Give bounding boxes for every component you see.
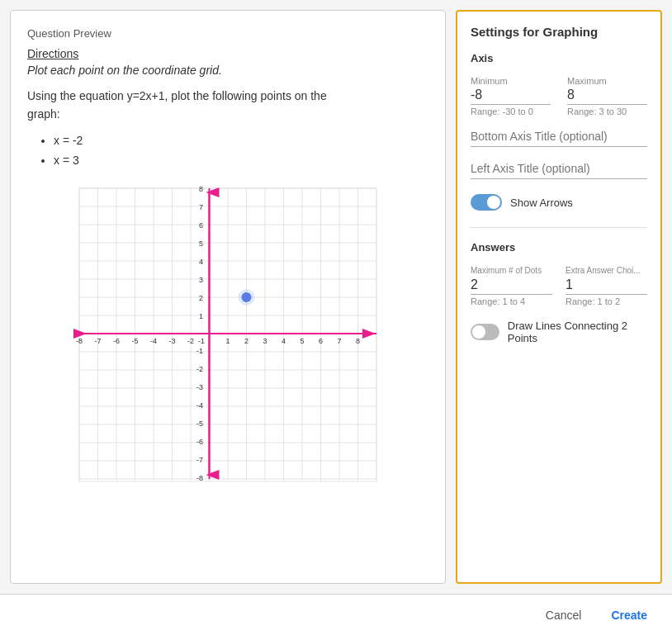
grid-container: -8 -7 -6 -5 -4 -3 -2 -1 1 2 3 4 5 6 bbox=[27, 180, 428, 494]
toggle-knob bbox=[487, 196, 500, 209]
right-panel: Settings for Graphing Axis Minimum -8 Ra… bbox=[456, 10, 662, 584]
svg-text:3: 3 bbox=[263, 337, 267, 345]
max-dots-value[interactable]: 2 bbox=[471, 277, 552, 295]
min-col: Minimum -8 Range: -30 to 0 bbox=[471, 76, 551, 116]
svg-text:-2: -2 bbox=[196, 365, 203, 373]
svg-text:-3: -3 bbox=[196, 383, 203, 391]
min-range: Range: -30 to 0 bbox=[471, 107, 551, 116]
list-item: x = -2 bbox=[54, 134, 428, 147]
svg-text:2: 2 bbox=[244, 337, 248, 345]
show-arrows-label: Show Arrows bbox=[510, 197, 573, 209]
max-value[interactable]: 8 bbox=[567, 88, 647, 105]
svg-point-72 bbox=[242, 292, 252, 302]
svg-text:-7: -7 bbox=[94, 337, 101, 345]
main-container: Question Preview Directions Plot each po… bbox=[0, 0, 672, 635]
svg-text:-4: -4 bbox=[196, 401, 203, 410]
axis-row: Minimum -8 Range: -30 to 0 Maximum 8 Ran… bbox=[471, 76, 647, 116]
svg-text:8: 8 bbox=[199, 185, 203, 193]
footer-bar: Cancel Create bbox=[0, 594, 672, 635]
svg-text:5: 5 bbox=[300, 337, 304, 345]
svg-text:-4: -4 bbox=[150, 337, 157, 345]
svg-text:6: 6 bbox=[199, 221, 203, 230]
svg-text:-5: -5 bbox=[196, 419, 203, 428]
svg-text:5: 5 bbox=[199, 239, 203, 248]
toggle-knob-off bbox=[472, 325, 485, 339]
svg-text:-8: -8 bbox=[196, 474, 203, 482]
divider bbox=[471, 227, 647, 228]
svg-text:3: 3 bbox=[199, 276, 203, 284]
cancel-button[interactable]: Cancel bbox=[537, 604, 590, 627]
content-area: Question Preview Directions Plot each po… bbox=[0, 0, 672, 594]
max-range: Range: 3 to 30 bbox=[567, 107, 647, 116]
answers-section-label: Answers bbox=[471, 241, 647, 254]
svg-text:7: 7 bbox=[199, 203, 203, 211]
left-axis-input[interactable] bbox=[471, 159, 647, 179]
svg-text:-2: -2 bbox=[187, 337, 194, 345]
svg-text:-6: -6 bbox=[113, 337, 120, 345]
list-item: x = 3 bbox=[54, 154, 428, 167]
max-dots-col: Maximum # of Dots 2 Range: 1 to 4 bbox=[471, 265, 552, 306]
svg-text:-7: -7 bbox=[196, 456, 203, 464]
left-panel: Question Preview Directions Plot each po… bbox=[10, 10, 446, 584]
svg-text:4: 4 bbox=[199, 258, 203, 266]
bottom-axis-input[interactable] bbox=[471, 126, 647, 147]
directions-italic: Plot each point on the coordinate grid. bbox=[27, 64, 428, 77]
svg-text:-8: -8 bbox=[76, 337, 83, 345]
svg-text:6: 6 bbox=[319, 337, 323, 345]
svg-text:4: 4 bbox=[282, 337, 286, 345]
svg-text:-1: -1 bbox=[198, 337, 205, 345]
show-arrows-toggle[interactable] bbox=[471, 194, 502, 211]
extra-label: Extra Answer Choi... bbox=[566, 265, 647, 276]
svg-text:7: 7 bbox=[337, 337, 341, 345]
max-label: Maximum bbox=[567, 76, 647, 86]
coordinate-grid[interactable]: -8 -7 -6 -5 -4 -3 -2 -1 1 2 3 4 5 6 bbox=[63, 180, 393, 494]
show-arrows-row: Show Arrows bbox=[471, 194, 647, 211]
extra-col: Extra Answer Choi... 1 Range: 1 to 2 bbox=[566, 265, 647, 306]
svg-text:1: 1 bbox=[225, 337, 230, 345]
svg-text:-3: -3 bbox=[168, 337, 175, 345]
svg-text:8: 8 bbox=[356, 337, 360, 345]
svg-text:-1: -1 bbox=[196, 347, 203, 355]
axis-section-label: Axis bbox=[471, 52, 647, 64]
draw-lines-row: Draw Lines Connecting 2 Points bbox=[471, 320, 647, 344]
equation-text: Using the equation y=2x+1, plot the foll… bbox=[27, 87, 428, 124]
svg-text:-5: -5 bbox=[131, 337, 138, 345]
max-dots-range: Range: 1 to 4 bbox=[471, 296, 552, 306]
answers-row: Maximum # of Dots 2 Range: 1 to 4 Extra … bbox=[471, 265, 647, 306]
svg-text:-6: -6 bbox=[196, 438, 203, 446]
settings-title: Settings for Graphing bbox=[471, 25, 647, 39]
extra-range: Range: 1 to 2 bbox=[566, 296, 647, 306]
page-title: Question Preview bbox=[27, 27, 428, 40]
min-label: Minimum bbox=[471, 76, 551, 86]
max-dots-label: Maximum # of Dots bbox=[471, 265, 552, 276]
bullet-list: x = -2 x = 3 bbox=[27, 134, 428, 167]
create-button[interactable]: Create bbox=[603, 604, 655, 627]
svg-text:2: 2 bbox=[199, 294, 203, 302]
draw-lines-label: Draw Lines Connecting 2 Points bbox=[508, 320, 647, 344]
svg-text:1: 1 bbox=[199, 312, 203, 320]
extra-value[interactable]: 1 bbox=[566, 277, 647, 295]
draw-lines-toggle[interactable] bbox=[471, 324, 499, 340]
directions-link[interactable]: Directions bbox=[27, 47, 78, 60]
min-value[interactable]: -8 bbox=[471, 88, 551, 105]
max-col: Maximum 8 Range: 3 to 30 bbox=[567, 76, 647, 116]
